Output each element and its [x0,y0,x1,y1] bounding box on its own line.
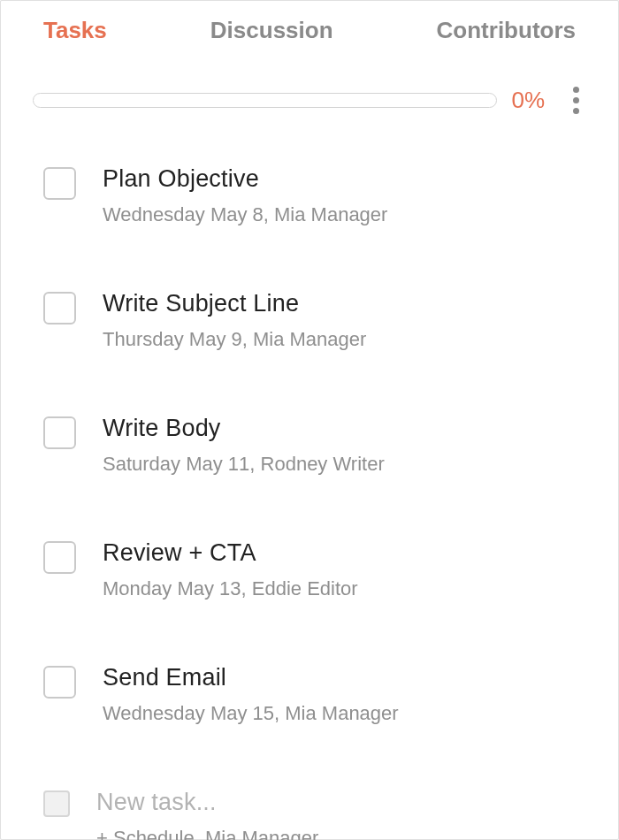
task-checkbox[interactable] [43,167,76,200]
overflow-menu-icon[interactable] [566,83,586,118]
new-task-row[interactable]: New task... + Schedule, Mia Manager [43,789,618,840]
task-meta: Wednesday May 15, Mia Manager [103,702,618,725]
tab-bar: Tasks Discussion Contributors [1,17,618,44]
task-body: Review + CTA Monday May 13, Eddie Editor [103,539,618,600]
progress-percent: 0% [511,87,545,114]
task-meta: Saturday May 11, Rodney Writer [103,453,618,476]
new-task-checkbox[interactable] [43,790,70,817]
task-checkbox[interactable] [43,666,76,699]
progress-row: 0% [1,83,618,118]
task-panel: Tasks Discussion Contributors 0% Plan Ob… [0,0,619,840]
task-row[interactable]: Review + CTA Monday May 13, Eddie Editor [43,539,618,600]
task-title: Send Email [103,664,618,691]
task-list: Plan Objective Wednesday May 8, Mia Mana… [1,165,618,840]
task-body: Write Subject Line Thursday May 9, Mia M… [103,290,618,351]
task-title: Write Body [103,415,618,442]
task-checkbox[interactable] [43,541,76,574]
task-body: Send Email Wednesday May 15, Mia Manager [103,664,618,725]
task-checkbox[interactable] [43,292,76,325]
tab-contributors[interactable]: Contributors [437,17,576,44]
task-row[interactable]: Write Subject Line Thursday May 9, Mia M… [43,290,618,351]
task-meta: Wednesday May 8, Mia Manager [103,203,618,226]
progress-bar [33,93,497,108]
task-row[interactable]: Plan Objective Wednesday May 8, Mia Mana… [43,165,618,226]
new-task-placeholder[interactable]: New task... [96,789,618,816]
task-body: Write Body Saturday May 11, Rodney Write… [103,415,618,476]
task-row[interactable]: Send Email Wednesday May 15, Mia Manager [43,664,618,725]
new-task-meta: + Schedule, Mia Manager [96,827,618,840]
new-task-body: New task... + Schedule, Mia Manager [96,789,618,840]
task-row[interactable]: Write Body Saturday May 11, Rodney Write… [43,415,618,476]
task-checkbox[interactable] [43,416,76,449]
tab-discussion[interactable]: Discussion [210,17,333,44]
task-title: Plan Objective [103,165,618,193]
task-title: Review + CTA [103,539,618,567]
task-body: Plan Objective Wednesday May 8, Mia Mana… [103,165,618,226]
task-meta: Monday May 13, Eddie Editor [103,577,618,600]
tab-tasks[interactable]: Tasks [43,17,107,44]
task-meta: Thursday May 9, Mia Manager [103,328,618,351]
task-title: Write Subject Line [103,290,618,317]
